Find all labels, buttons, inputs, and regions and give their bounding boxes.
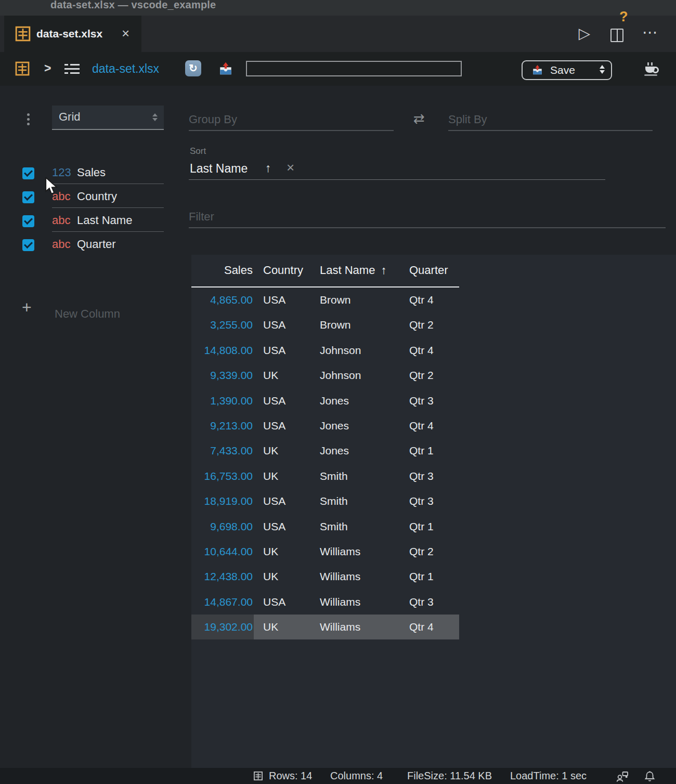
grid-cell[interactable]: Qtr 4 [400,413,459,438]
coffee-cup-icon[interactable] [645,67,655,73]
grid-cell[interactable]: UK [254,564,310,589]
grid-cell[interactable]: UK [254,615,310,639]
kebab-menu-icon[interactable] [27,113,30,116]
grid-cell[interactable]: USA [254,388,310,413]
grid-row[interactable]: 18,919.00USASmithQtr 3 [191,489,459,514]
grid-cell[interactable]: Qtr 3 [400,464,459,489]
tab-close-icon[interactable]: × [122,16,129,51]
grid-row[interactable]: 4,865.00USABrownQtr 4 [191,288,459,312]
checkbox-checked[interactable] [22,191,34,203]
more-actions-icon[interactable]: ⋯ [640,16,660,52]
grid-cell[interactable]: 12,438.00 [191,564,254,589]
header-last-name[interactable]: Last Name↑ [310,255,400,286]
grid-cell[interactable]: Smith [310,464,400,489]
view-type-select[interactable]: Grid [52,106,164,130]
grid-cell[interactable]: Qtr 3 [400,388,459,413]
checkbox-checked[interactable] [22,215,34,227]
grid-cell[interactable]: 14,808.00 [191,338,254,363]
grid-cell[interactable]: 1,390.00 [191,388,254,413]
header-quarter[interactable]: Quarter [400,255,459,286]
grid-cell[interactable]: Jones [310,413,400,438]
grid-row[interactable]: 9,698.00USASmithQtr 1 [191,514,459,539]
checkbox-checked[interactable] [22,167,34,179]
header-country[interactable]: Country [254,255,310,286]
grid-cell[interactable]: 9,698.00 [191,514,254,539]
grid-cell[interactable]: USA [254,413,310,438]
grid-cell[interactable]: Johnson [310,338,400,363]
grid-cell[interactable]: USA [254,514,310,539]
tab-data-set-xlsx[interactable]: data-set.xlsx × [4,16,141,52]
grid-cell[interactable]: Jones [310,388,400,413]
grid-cell[interactable]: 19,302.00 [191,615,254,639]
grid-cell[interactable]: 18,919.00 [191,489,254,514]
grid-row[interactable]: 14,808.00USAJohnsonQtr 4 [191,338,459,363]
grid-cell[interactable]: Qtr 2 [400,312,459,337]
grid-cell[interactable]: Williams [310,539,400,564]
filter-input[interactable] [189,206,666,228]
grid-cell[interactable]: UK [254,438,310,463]
grid-cell[interactable]: 10,644.00 [191,539,254,564]
grid-cell[interactable]: 4,865.00 [191,288,254,312]
save-spinner-icon[interactable] [600,65,605,74]
group-by-input[interactable] [189,109,394,131]
grid-row[interactable]: 14,867.00USAWilliamsQtr 3 [191,590,459,615]
export-outbox-icon[interactable] [218,61,233,76]
swap-arrows-icon[interactable]: ⇄ [413,111,425,127]
grid-cell[interactable]: 9,339.00 [191,363,254,388]
notifications-bell-icon[interactable] [644,770,656,782]
grid-row[interactable]: 9,339.00UKJohnsonQtr 2 [191,363,459,388]
sort-field-value[interactable]: Last Name [190,162,248,176]
grid-cell[interactable]: 9,213.00 [191,413,254,438]
grid-cell[interactable]: Qtr 4 [400,338,459,363]
grid-cell[interactable]: Smith [310,489,400,514]
accounts-person-icon[interactable] [616,770,630,782]
grid-row[interactable]: 3,255.00USABrownQtr 2 [191,312,459,337]
sort-remove-icon[interactable]: × [287,160,294,176]
grid-cell[interactable]: Qtr 2 [400,363,459,388]
breadcrumb-file-name[interactable]: data-set.xlsx [92,52,159,85]
sort-direction-icon[interactable]: ↑ [265,161,271,175]
grid-cell[interactable]: Qtr 4 [400,288,459,312]
grid-cell[interactable]: Qtr 3 [400,489,459,514]
checkbox-checked[interactable] [22,239,34,251]
grid-cell[interactable]: 3,255.00 [191,312,254,337]
help-button[interactable]: ? [619,0,628,33]
grid-cell[interactable]: Williams [310,564,400,589]
grid-cell[interactable]: USA [254,288,310,312]
save-dropdown-button[interactable]: Save [522,60,612,80]
refresh-icon[interactable]: ↻ [185,60,201,76]
grid-cell[interactable]: USA [254,338,310,363]
grid-cell[interactable]: USA [254,590,310,615]
grid-cell[interactable]: Qtr 1 [400,438,459,463]
grid-cell[interactable]: Smith [310,514,400,539]
add-column-button[interactable]: + [22,298,32,317]
run-button[interactable]: ▷ [574,16,595,52]
header-sales[interactable]: Sales [191,255,254,286]
grid-cell[interactable]: Brown [310,288,400,312]
grid-row[interactable]: 9,213.00USAJonesQtr 4 [191,413,459,438]
grid-cell[interactable]: UK [254,464,310,489]
grid-row[interactable]: 19,302.00UKWilliamsQtr 4 [191,615,459,639]
grid-cell[interactable]: UK [254,539,310,564]
grid-row[interactable]: 1,390.00USAJonesQtr 3 [191,388,459,413]
table-list-icon[interactable] [64,64,80,74]
grid-row[interactable]: 10,644.00UKWilliamsQtr 2 [191,539,459,564]
grid-cell[interactable]: Qtr 4 [400,615,459,639]
grid-cell[interactable]: Williams [310,615,400,639]
split-by-input[interactable] [448,109,653,131]
grid-cell[interactable]: Qtr 1 [400,564,459,589]
grid-cell[interactable]: Williams [310,590,400,615]
grid-row[interactable]: 16,753.00UKSmithQtr 3 [191,464,459,489]
grid-cell[interactable]: USA [254,312,310,337]
grid-cell[interactable]: USA [254,489,310,514]
grid-cell[interactable]: Qtr 1 [400,514,459,539]
grid-cell[interactable]: 7,433.00 [191,438,254,463]
grid-row[interactable]: 7,433.00UKJonesQtr 1 [191,438,459,463]
grid-cell[interactable]: 16,753.00 [191,464,254,489]
header-sort-asc-icon[interactable]: ↑ [381,264,386,277]
new-column-label[interactable]: New Column [55,307,120,321]
grid-cell[interactable]: Johnson [310,363,400,388]
grid-cell[interactable]: Brown [310,312,400,337]
command-input[interactable] [246,61,462,76]
grid-cell[interactable]: Qtr 2 [400,539,459,564]
